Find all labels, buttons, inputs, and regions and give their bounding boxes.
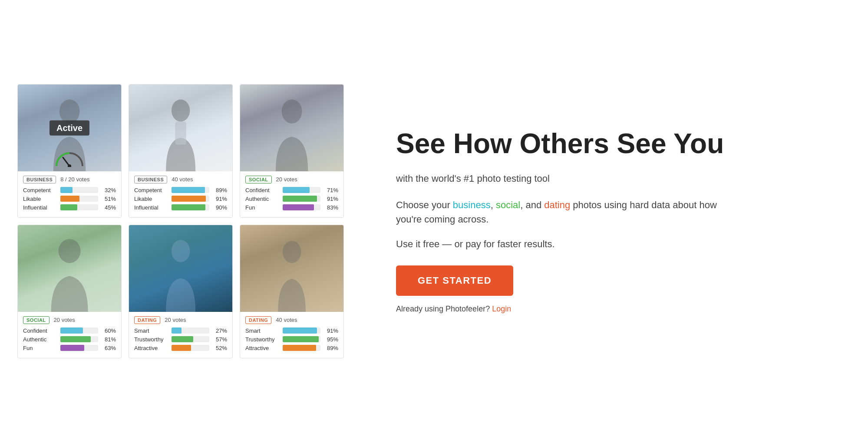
main-headline: See How Others See You [396,128,735,159]
stat-bar-2-2 [172,196,206,202]
votes-text-2: 40 votes [172,176,193,183]
stat-pct-1-1: 32% [101,187,116,193]
stat-label-3-1: Confident [245,187,280,193]
photo-card-5[interactable]: DATING 20 votes Smart 27% Trustworthy 57… [129,225,233,358]
get-started-button[interactable]: GET STARTED [396,265,513,296]
business-label: business [453,200,491,210]
stat-pct-2-2: 91% [212,196,227,202]
person-silhouette-6 [240,225,343,312]
stat-label-4-1: Confident [23,327,58,334]
stat-row-1-1: Competent 32% [23,187,116,193]
category-badge-3: SOCIAL [245,176,272,183]
stat-bar-1-2 [60,196,79,202]
photo-card-2[interactable]: BUSINESS 40 votes Competent 89% Likable … [129,84,233,218]
stat-row-6-1: Smart 91% [245,327,338,334]
svg-point-7 [172,240,190,262]
login-prefix: Already using Photofeeler? [396,304,492,313]
category-badge-1: BUSINESS [23,176,56,183]
stat-label-4-3: Fun [23,345,58,351]
stat-pct-1-3: 45% [101,204,116,211]
photo-card-4[interactable]: SOCIAL 20 votes Confident 60% Authentic … [17,225,122,358]
category-badge-4: SOCIAL [23,316,50,324]
stat-row-6-3: Attractive 89% [245,345,338,351]
svg-point-8 [283,241,301,263]
stat-bar-1-3 [60,204,77,210]
stat-pct-1-2: 51% [101,196,116,202]
stat-row-3-1: Confident 71% [245,187,338,193]
card-stats-4: SOCIAL 20 votes Confident 60% Authentic … [18,312,121,358]
stat-row-1-2: Likable 51% [23,196,116,202]
votes-text-4: 20 votes [54,317,75,323]
photo-card-1[interactable]: Active BUSINESS 8 / 20 votes [17,84,122,218]
svg-point-3 [172,99,190,121]
photo-area-3 [240,85,343,171]
card-stats-3: SOCIAL 20 votes Confident 71% Authentic … [240,171,343,217]
stat-pct-6-1: 91% [323,327,338,334]
stat-bar-5-3 [172,345,191,351]
svg-point-5 [282,99,302,123]
photo-card-3[interactable]: SOCIAL 20 votes Confident 71% Authentic … [240,84,344,218]
stat-bar-4-3 [60,345,84,351]
stat-bar-wrap-5-1 [172,327,209,334]
stat-row-4-2: Authentic 81% [23,336,116,343]
votes-text-5: 20 votes [165,317,186,323]
stat-bar-3-3 [283,204,314,210]
stat-label-1-2: Likable [23,196,58,202]
stat-bar-3-1 [283,187,310,193]
stat-pct-3-1: 71% [323,187,338,193]
photo-area-2 [129,85,232,171]
stat-label-3-3: Fun [245,204,280,211]
stat-pct-4-1: 60% [101,327,116,334]
stat-row-4-3: Fun 63% [23,345,116,351]
free-text: Use it free — or pay for faster results. [396,239,735,250]
svg-rect-4 [175,121,186,144]
stat-row-3-2: Authentic 91% [245,196,338,202]
stat-row-6-2: Trustworthy 95% [245,336,338,343]
svg-point-6 [59,239,81,263]
votes-text-6: 40 votes [276,317,297,323]
photo-area-1: Active [18,85,121,171]
stat-pct-6-2: 95% [323,336,338,343]
stat-pct-2-1: 89% [212,187,227,193]
stat-bar-wrap-6-3 [283,345,320,351]
svg-point-0 [59,99,80,123]
photo-area-4 [18,225,121,312]
stat-label-2-1: Competent [134,187,169,193]
stat-bar-2-1 [172,187,205,193]
gauge-wrapper [54,150,85,167]
right-content: See How Others See You with the world's … [370,111,761,331]
photo-area-5 [129,225,232,312]
stat-row-5-3: Attractive 52% [134,345,227,351]
stat-pct-4-2: 81% [101,336,116,343]
stat-bar-wrap-5-3 [172,345,209,351]
card-header-4: SOCIAL 20 votes [23,316,116,324]
stat-bar-wrap-4-1 [60,327,98,334]
stat-row-5-2: Trustworthy 57% [134,336,227,343]
stat-label-5-2: Trustworthy [134,336,169,343]
stat-label-1-3: Influential [23,204,58,211]
stat-row-4-1: Confident 60% [23,327,116,334]
stat-row-3-3: Fun 83% [245,204,338,211]
subtitle-text: with the world's #1 photo testing tool [396,172,735,186]
stat-bar-wrap-2-1 [172,187,209,193]
photo-card-6[interactable]: DATING 40 votes Smart 91% Trustworthy 95… [240,225,344,358]
stat-pct-2-3: 90% [212,204,227,211]
stat-bar-6-3 [283,345,316,351]
stat-bar-6-1 [283,327,317,334]
stat-row-5-1: Smart 27% [134,327,227,334]
stat-bar-wrap-6-1 [283,327,320,334]
photos-grid: Active BUSINESS 8 / 20 votes [9,75,353,367]
card-stats-5: DATING 20 votes Smart 27% Trustworthy 57… [129,312,232,358]
stat-bar-4-2 [60,336,91,342]
stat-bar-wrap-4-2 [60,336,98,342]
photo-area-6 [240,225,343,312]
category-badge-5: DATING [134,316,160,324]
stat-pct-5-2: 57% [212,336,227,343]
stat-pct-6-3: 89% [323,345,338,351]
person-silhouette-5 [129,225,232,312]
login-link[interactable]: Login [492,304,511,313]
stat-bar-wrap-1-2 [60,196,98,202]
stat-bar-wrap-6-2 [283,336,320,342]
stat-bar-wrap-2-2 [172,196,209,202]
stat-row-2-3: Influential 90% [134,204,227,211]
